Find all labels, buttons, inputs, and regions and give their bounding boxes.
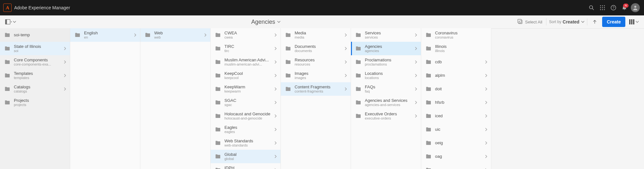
- chevron-right-icon: [273, 87, 279, 91]
- breadcrumb-title[interactable]: Agencies: [17, 19, 515, 25]
- sort-dropdown[interactable]: Sort by Created: [546, 18, 587, 25]
- folder-item-title: cdb: [435, 59, 483, 65]
- svg-point-5: [600, 7, 601, 8]
- folder-item[interactable]: Templatestemplates: [0, 69, 70, 82]
- folder-item[interactable]: Projectsprojects: [0, 96, 70, 109]
- folder-item[interactable]: hfsrb: [421, 96, 491, 109]
- folder-item[interactable]: Holocaust and Genocideholocaust-and-geno…: [211, 109, 280, 123]
- chevron-right-icon: [343, 74, 349, 77]
- sort-direction-button[interactable]: [589, 17, 601, 27]
- svg-text:?: ?: [612, 6, 614, 10]
- folder-item[interactable]: IDPHidph: [211, 163, 280, 169]
- folder-item[interactable]: Agencies and Servicesagencies-and-servic…: [351, 96, 421, 109]
- folder-item-title: crsa: [435, 167, 483, 169]
- folder-item[interactable]: crsa: [421, 163, 491, 169]
- help-icon[interactable]: ?: [608, 2, 619, 13]
- adobe-logo[interactable]: [3, 4, 12, 12]
- folder-item[interactable]: Servicesservices: [351, 28, 421, 42]
- folder-item[interactable]: Coronaviruscoronavirus: [421, 28, 491, 42]
- folder-item-text: State of Illinoissoi: [14, 44, 62, 53]
- folder-item-title: Web: [154, 31, 203, 36]
- folder-item-text: Resourcesresources: [295, 58, 343, 67]
- folder-item[interactable]: iced: [421, 109, 491, 123]
- svg-rect-18: [629, 19, 630, 24]
- folder-item[interactable]: Core Componentscore-components-exa...: [0, 55, 70, 69]
- folder-item-name: proclamations: [365, 62, 413, 67]
- folder-item[interactable]: State of Illinoissoi: [0, 42, 70, 55]
- folder-icon: [215, 100, 221, 105]
- folder-item[interactable]: KeepWarmkeepwarm: [211, 82, 280, 96]
- folder-item[interactable]: Webweb: [140, 28, 210, 42]
- folder-item-text: Projectsprojects: [14, 98, 62, 107]
- chevron-right-icon: [273, 128, 279, 131]
- folder-icon: [425, 154, 432, 159]
- folder-item[interactable]: SGACsgac: [211, 96, 280, 109]
- folder-item[interactable]: oeig: [421, 136, 491, 150]
- search-icon[interactable]: [586, 2, 597, 13]
- folder-icon: [425, 140, 432, 146]
- folder-item-text: Documentsdocuments: [295, 44, 343, 53]
- folder-item[interactable]: Resourcesresources: [281, 55, 351, 69]
- view-switcher-button[interactable]: [628, 17, 640, 27]
- chevron-right-icon: [413, 47, 419, 50]
- folder-icon: [215, 140, 221, 146]
- folder-item[interactable]: CWEAcwea: [211, 28, 280, 42]
- notifications-icon[interactable]: N: [619, 2, 630, 13]
- apps-icon[interactable]: [597, 2, 608, 13]
- folder-item-title: doit: [435, 86, 483, 92]
- select-all-button[interactable]: Select All: [515, 19, 545, 25]
- folder-item-title: KeepWarm: [224, 84, 273, 90]
- create-button[interactable]: Create: [602, 17, 625, 27]
- folder-item-text: alplm: [435, 73, 483, 78]
- folder-item-text: soi-temp: [14, 32, 62, 38]
- folder-item-name: keepwarm: [224, 89, 273, 93]
- create-button-label: Create: [607, 19, 621, 24]
- folder-item[interactable]: Locationslocations: [351, 69, 421, 82]
- folder-item[interactable]: Proclamationsproclamations: [351, 55, 421, 69]
- folder-item[interactable]: cdb: [421, 55, 491, 69]
- column-5: ServicesservicesAgenciesagenciesProclama…: [351, 28, 421, 169]
- folder-item[interactable]: FAQsfaq: [351, 82, 421, 96]
- folder-item-text: KeepWarmkeepwarm: [224, 84, 273, 94]
- folder-item[interactable]: Muslim American Advi...muslim-american-a…: [211, 55, 280, 69]
- chevron-right-icon: [413, 114, 419, 118]
- folder-item-text: crsa: [435, 167, 483, 169]
- folder-item[interactable]: TIRCtirc: [211, 42, 280, 55]
- folder-item[interactable]: Executive Ordersexecutive-orders: [351, 109, 421, 123]
- column-3: CWEAcweaTIRCtircMuslim American Advi...m…: [211, 28, 281, 169]
- folder-item[interactable]: Web Standardsweb-standards: [211, 136, 280, 150]
- folder-item-title: Muslim American Advi...: [224, 58, 273, 63]
- folder-icon: [215, 86, 221, 92]
- folder-icon: [215, 154, 221, 159]
- folder-item[interactable]: Agenciesagencies: [351, 42, 421, 55]
- folder-item[interactable]: Mediamedia: [281, 28, 351, 42]
- folder-item-name: faq: [365, 89, 413, 93]
- folder-item[interactable]: soi-temp: [0, 28, 70, 42]
- folder-item-title: CWEA: [224, 31, 273, 36]
- folder-item[interactable]: alplm: [421, 69, 491, 82]
- folder-item-text: doit: [435, 86, 483, 92]
- folder-item-name: locations: [365, 76, 413, 80]
- folder-icon: [355, 86, 362, 92]
- folder-item[interactable]: uic: [421, 123, 491, 136]
- column-4: MediamediaDocumentsdocumentsResourcesres…: [281, 28, 351, 169]
- folder-item[interactable]: doit: [421, 82, 491, 96]
- folder-item[interactable]: oag: [421, 150, 491, 163]
- folder-item[interactable]: Eagleseagles: [211, 123, 280, 136]
- user-avatar[interactable]: [630, 2, 641, 13]
- folder-item[interactable]: Documentsdocuments: [281, 42, 351, 55]
- folder-item[interactable]: Illinoisillinois: [421, 42, 491, 55]
- folder-item[interactable]: Content Fragmentscontent-fragments: [281, 82, 351, 96]
- folder-item[interactable]: Catalogscatalogs: [0, 82, 70, 96]
- folder-icon: [355, 113, 362, 119]
- folder-item[interactable]: KeepCoolkeepcool: [211, 69, 280, 82]
- folder-item[interactable]: Globalglobal: [211, 150, 280, 163]
- chevron-right-icon: [343, 33, 349, 37]
- folder-item[interactable]: Englishen: [70, 28, 140, 42]
- folder-item-name: core-components-exa...: [14, 62, 62, 67]
- column-view: soi-tempState of IllinoissoiCore Compone…: [0, 28, 644, 169]
- rail-toggle-button[interactable]: [4, 17, 17, 27]
- chevron-right-icon: [62, 47, 68, 50]
- folder-item[interactable]: Imagesimages: [281, 69, 351, 82]
- folder-item-text: Illinoisillinois: [435, 44, 483, 53]
